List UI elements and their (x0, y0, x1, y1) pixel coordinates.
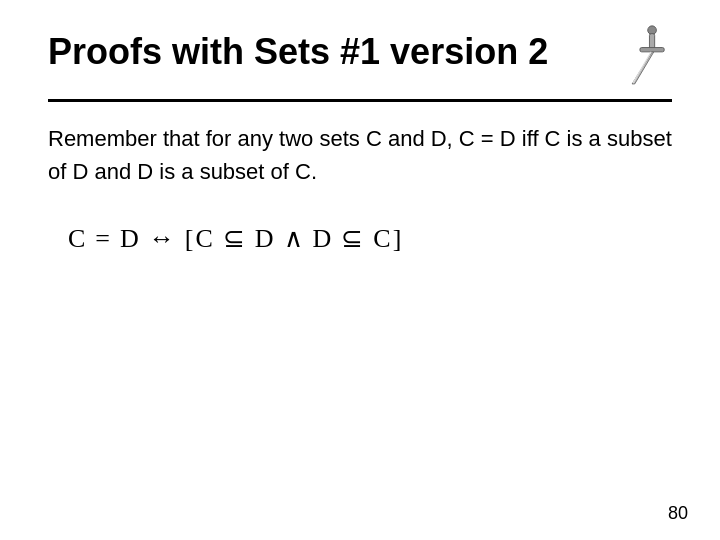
formula-D2: D (255, 218, 276, 260)
title-area: Proofs with Sets #1 version 2 (48, 30, 672, 95)
formula-iff: ↔ (149, 218, 177, 260)
formula-eq: = (95, 218, 112, 260)
formula-C: C (68, 218, 87, 260)
slide-title: Proofs with Sets #1 version 2 (48, 30, 548, 73)
formula-line: C = D ↔ [C ⊆ D ∧ D ⊆ C] (68, 218, 672, 260)
formula-and: ∧ (284, 218, 305, 260)
svg-rect-2 (640, 48, 664, 52)
svg-rect-1 (649, 34, 654, 50)
page-number: 80 (668, 503, 688, 524)
sword-icon (612, 25, 672, 95)
svg-line-4 (633, 52, 651, 83)
formula-D: D (120, 218, 141, 260)
body-paragraph: Remember that for any two sets C and D, … (48, 122, 672, 188)
formula-D3: D (313, 218, 334, 260)
title-divider (48, 99, 672, 102)
slide-container: Proofs with Sets #1 version 2 Remember t… (0, 0, 720, 540)
sword-svg (612, 25, 667, 90)
formula-bracket-open: [C (185, 218, 215, 260)
formula-subset1: ⊆ (223, 218, 247, 260)
formula-area: C = D ↔ [C ⊆ D ∧ D ⊆ C] (68, 218, 672, 260)
formula-subset2: ⊆ (341, 218, 365, 260)
formula-C2-bracket: C] (373, 218, 403, 260)
